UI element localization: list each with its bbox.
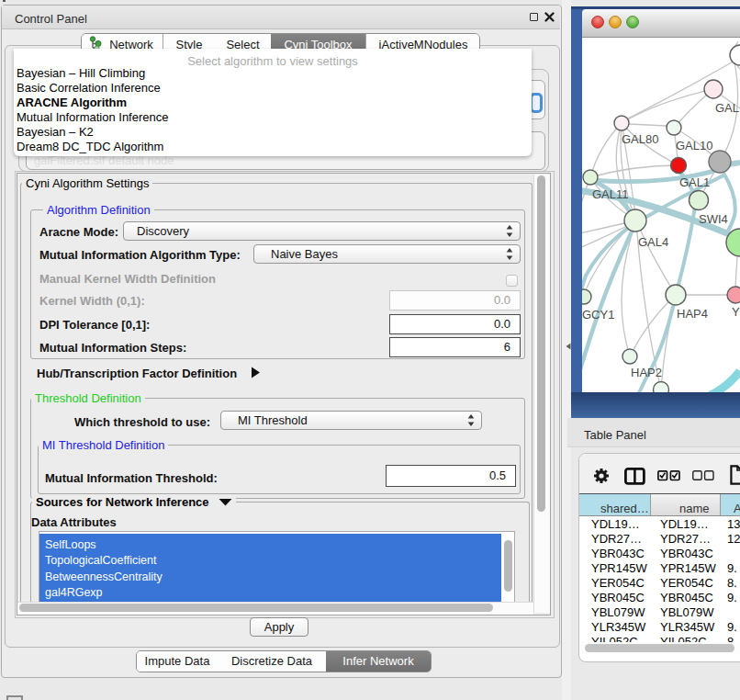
svg-text:SWI4: SWI4 [699,212,728,226]
svg-text:Y: Y [732,305,740,319]
svg-text:GAL1: GAL1 [679,175,710,189]
svg-text:GCY1: GCY1 [582,308,614,322]
svg-text:GAL10: GAL10 [676,139,712,152]
svg-text:GAL: GAL [715,101,739,115]
svg-text:HAP4: HAP4 [677,307,708,321]
svg-text:GAL4: GAL4 [638,235,668,249]
svg-text:GAL80: GAL80 [622,132,658,146]
svg-text:GAL11: GAL11 [592,187,629,201]
svg-text:HAP2: HAP2 [631,366,662,379]
